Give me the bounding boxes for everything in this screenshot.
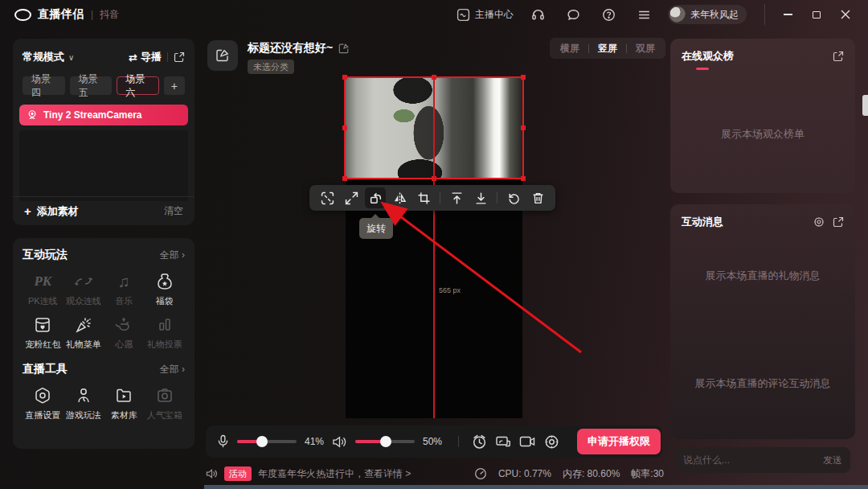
- close-button[interactable]: [834, 4, 857, 25]
- scene-tab-5[interactable]: 场景五: [70, 76, 113, 95]
- scene-panel: 常规模式 ∨ ⇄导播 场景四 场景五 场景六 + Tiny 2 StreamCa…: [13, 39, 194, 225]
- feature-gift-menu[interactable]: 礼物菜单: [63, 312, 104, 355]
- tool-live-settings[interactable]: 直播设置: [23, 383, 63, 426]
- undo-button[interactable]: [503, 187, 524, 208]
- media-folder-icon: [115, 386, 133, 405]
- feature-music[interactable]: ♫ 音乐: [104, 269, 145, 312]
- feature-gift-vote[interactable]: 礼物投票: [145, 312, 186, 355]
- scene-tab-6-active[interactable]: 场景六: [117, 76, 159, 95]
- account-menu[interactable]: 来年秋风起: [668, 5, 747, 24]
- camera-button[interactable]: [515, 431, 539, 452]
- screen-mirror-button[interactable]: [491, 431, 515, 452]
- mic-volume-slider[interactable]: [237, 440, 297, 443]
- tool-popularity-box[interactable]: 人气宝箱: [145, 383, 186, 426]
- gear-icon[interactable]: [813, 216, 825, 228]
- edit-room-button[interactable]: [207, 40, 238, 71]
- tool-game-play[interactable]: 游戏玩法: [63, 383, 104, 426]
- edit-title-icon[interactable]: [338, 43, 350, 54]
- send-to-back-button[interactable]: [470, 187, 491, 208]
- chevron-down-icon: ∨: [68, 53, 74, 62]
- resize-handle-nw[interactable]: [342, 75, 347, 80]
- taskbar-edge: [204, 485, 868, 489]
- fit-screen-button[interactable]: [317, 187, 338, 208]
- volume-percent: 50%: [423, 436, 450, 447]
- avatar: [669, 6, 686, 23]
- memory-stat: 内存: 80.60%: [563, 467, 620, 481]
- tool-material-library[interactable]: 素材库: [104, 383, 145, 426]
- divider: [497, 192, 497, 203]
- close-icon: [841, 10, 850, 19]
- online-viewers-card: 在线观众榜 展示本场观众榜单: [670, 39, 855, 193]
- bring-to-front-button[interactable]: [446, 187, 467, 208]
- source-item-camera[interactable]: Tiny 2 StreamCamera: [19, 105, 188, 125]
- resize-handle-se[interactable]: [521, 176, 526, 181]
- interaction-messages-card: 互动消息 展示本场直播的礼物消息 展示本场直播的评论互动消息: [670, 204, 855, 439]
- interact-all-link[interactable]: 全部 ›: [160, 249, 185, 262]
- app-title: 直播伴侣: [38, 7, 84, 22]
- feature-lucky-bag[interactable]: 福袋: [145, 269, 186, 312]
- chat-input[interactable]: [683, 454, 823, 466]
- anchor-center-link[interactable]: 主播中心: [457, 8, 514, 22]
- popout-icon[interactable]: [833, 51, 844, 62]
- orientation-landscape[interactable]: 横屏: [551, 42, 588, 55]
- plus-icon: +: [24, 204, 31, 218]
- resize-handle-sw[interactable]: [342, 176, 347, 181]
- minimize-button[interactable]: [776, 4, 799, 25]
- scene-tab-4[interactable]: 场景四: [23, 76, 65, 95]
- speaker-icon[interactable]: [332, 435, 347, 449]
- headset-icon: [531, 8, 545, 22]
- game-person-icon: [75, 386, 92, 405]
- anchor-center-label: 主播中心: [475, 8, 514, 22]
- resize-handle-w[interactable]: [342, 125, 347, 130]
- orientation-portrait-active[interactable]: 竖屏: [589, 42, 626, 55]
- add-scene-button[interactable]: +: [164, 76, 185, 95]
- resize-handle-ne[interactable]: [521, 75, 526, 80]
- red-packet-heart-icon: [34, 315, 51, 335]
- output-slider-thumb[interactable]: [380, 436, 391, 447]
- side-panel-handle[interactable]: [862, 95, 868, 116]
- activity-message-link[interactable]: 年度嘉年华火热进行中，查看详情 >: [258, 467, 411, 481]
- chat-bar: 发送: [675, 447, 850, 473]
- resize-handle-e[interactable]: [521, 125, 526, 130]
- feature-pk-link[interactable]: PK PK连线: [23, 269, 63, 312]
- maximize-button[interactable]: [805, 4, 828, 25]
- viewers-empty-text: 展示本场观众榜单: [670, 127, 855, 142]
- tools-all-link[interactable]: 全部 ›: [160, 363, 185, 376]
- apply-broadcast-button[interactable]: 申请开播权限: [577, 429, 661, 454]
- mode-selector[interactable]: 常规模式: [23, 50, 64, 64]
- feature-fan-packet[interactable]: 宠粉红包: [23, 312, 63, 355]
- help-button[interactable]: [597, 4, 620, 25]
- gift-messages-empty-text: 展示本场直播的礼物消息: [670, 269, 855, 283]
- popout-icon[interactable]: [833, 216, 844, 228]
- output-volume-slider[interactable]: [355, 440, 415, 443]
- fill-screen-button[interactable]: [341, 187, 362, 208]
- username: 来年秋风起: [690, 8, 739, 22]
- menu-button[interactable]: [633, 4, 655, 25]
- timed-task-button[interactable]: [467, 431, 491, 452]
- rotate-button-active[interactable]: [365, 187, 386, 208]
- flip-horizontal-button[interactable]: [389, 187, 410, 208]
- feature-audience-link[interactable]: 观众连线: [63, 269, 104, 312]
- orientation-dual[interactable]: 双屏: [627, 42, 664, 55]
- mic-icon[interactable]: [217, 434, 229, 449]
- announcement-speaker-icon: [206, 468, 218, 479]
- popout-icon[interactable]: [174, 51, 185, 63]
- clear-button[interactable]: 清空: [164, 204, 183, 218]
- delete-button[interactable]: [527, 187, 548, 208]
- crop-button[interactable]: [413, 187, 434, 208]
- performance-gauge-icon: [474, 467, 487, 480]
- feedback-button[interactable]: [562, 4, 584, 25]
- send-button[interactable]: 发送: [823, 454, 842, 467]
- fps-stat: 帧率:30: [631, 467, 664, 481]
- director-mode-button[interactable]: ⇄导播: [129, 50, 162, 64]
- features-panel: 互动玩法 全部 › PK PK连线 观众连线 ♫ 音乐 福袋 宠粉红包: [13, 238, 194, 449]
- add-material-button[interactable]: + 添加素材: [24, 204, 79, 219]
- viewers-tab-active[interactable]: 在线观众榜: [682, 49, 734, 64]
- category-badge[interactable]: 未选分类: [248, 60, 294, 74]
- mic-slider-thumb[interactable]: [256, 436, 268, 447]
- add-material-label: 添加素材: [37, 204, 79, 219]
- support-button[interactable]: [526, 4, 549, 25]
- feature-wish[interactable]: 心愿: [104, 312, 145, 355]
- stream-settings-button[interactable]: [539, 431, 563, 452]
- orientation-segmented: 横屏 竖屏 双屏: [550, 38, 665, 59]
